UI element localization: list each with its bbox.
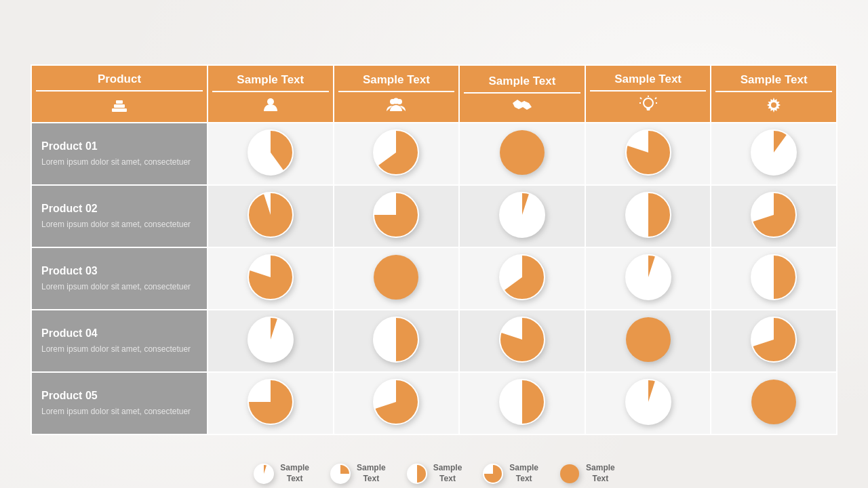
- pie-cell-r1-c4: [585, 123, 711, 185]
- pie-cell-r2-c4: [585, 185, 711, 247]
- pie-cell-r1-c5: [711, 123, 837, 185]
- legend-item-3: SampleText: [406, 463, 462, 485]
- main-container: Product Sample Text: [31, 64, 837, 474]
- header-col3: Sample Text: [334, 65, 460, 123]
- svg-point-49: [626, 317, 671, 362]
- svg-point-60: [751, 380, 796, 424]
- pie-cell-r5-c3: [459, 372, 585, 434]
- comparison-table: Product Sample Text: [31, 64, 837, 435]
- pie-cell-r4-c4: [585, 310, 711, 372]
- pie-cell-r4-c3: [459, 310, 585, 372]
- product-desc-3: Lorem ipsum dolor sit amet, consectetuer: [41, 282, 191, 291]
- pie-cell-r3-c4: [585, 247, 711, 310]
- header-col2-label: Sample Text: [212, 73, 329, 92]
- pie-cell-r1-c1: [208, 123, 334, 185]
- product-cell-3: Product 03 Lorem ipsum dolor sit amet, c…: [31, 247, 208, 310]
- pie-cell-r3-c3: [459, 247, 585, 310]
- product-cell-5: Product 05 Lorem ipsum dolor sit amet, c…: [31, 372, 208, 434]
- product-desc-1: Lorem ipsum dolor sit amet, consectetuer: [41, 157, 191, 167]
- pie-cell-r5-c5: [711, 372, 837, 434]
- header-product-label: Product: [36, 73, 203, 92]
- legend-area: SampleText SampleText SampleText SampleT…: [0, 463, 868, 485]
- product-cell-2: Product 02 Lorem ipsum dolor sit amet, c…: [31, 185, 208, 247]
- product-icon: [36, 96, 203, 118]
- header-col3-label: Sample Text: [338, 73, 455, 92]
- header-col4-label: Sample Text: [464, 75, 580, 94]
- pie-cell-r1-c2: [334, 123, 460, 185]
- legend-item-5: SampleText: [559, 463, 615, 485]
- settings-icon: [715, 96, 832, 117]
- svg-point-3: [267, 98, 274, 105]
- product-name-2: Product 02: [41, 203, 197, 215]
- svg-point-6: [393, 98, 399, 104]
- product-name-3: Product 03: [41, 265, 197, 277]
- svg-point-14: [771, 102, 776, 108]
- pie-cell-r4-c1: [208, 310, 334, 372]
- header-col6: Sample Text: [711, 65, 837, 123]
- pie-cell-r2-c1: [208, 185, 334, 247]
- legend-label-2: SampleText: [357, 463, 386, 484]
- product-name-5: Product 05: [41, 390, 197, 402]
- handshake-icon: [464, 98, 580, 116]
- svg-rect-0: [112, 108, 127, 112]
- pie-cell-r3-c1: [208, 247, 334, 310]
- pie-cell-r2-c2: [334, 185, 460, 247]
- svg-point-36: [374, 255, 418, 300]
- pie-cell-r5-c4: [585, 372, 711, 434]
- header-col2: Sample Text: [208, 65, 334, 123]
- legend-label-4: SampleText: [509, 463, 538, 484]
- legend-label-1: SampleText: [280, 463, 309, 484]
- pie-cell-r5-c2: [334, 372, 460, 434]
- pie-cell-r3-c5: [711, 247, 837, 310]
- idea-icon: [590, 96, 707, 118]
- pie-cell-r1-c3: [459, 123, 585, 185]
- pie-cell-r4-c2: [334, 310, 460, 372]
- svg-point-7: [644, 98, 653, 108]
- legend-label-3: SampleText: [433, 463, 462, 484]
- person-icon: [212, 96, 329, 117]
- header-col6-label: Sample Text: [715, 73, 832, 92]
- header-product: Product: [31, 65, 208, 123]
- product-name-4: Product 04: [41, 327, 197, 340]
- svg-line-10: [655, 98, 656, 99]
- pie-cell-r3-c2: [334, 247, 460, 310]
- svg-point-19: [500, 130, 545, 175]
- pie-cell-r2-c5: [711, 185, 837, 247]
- legend-item-1: SampleText: [253, 463, 309, 485]
- header-col5: Sample Text: [585, 65, 711, 123]
- pie-cell-r2-c3: [459, 185, 585, 247]
- svg-rect-1: [114, 104, 125, 108]
- legend-item-2: SampleText: [330, 463, 386, 485]
- header-col4: Sample Text: [459, 65, 585, 123]
- product-desc-5: Lorem ipsum dolor sit amet, consectetuer: [41, 407, 191, 416]
- svg-point-69: [560, 464, 579, 483]
- legend-item-4: SampleText: [482, 463, 538, 485]
- svg-rect-2: [116, 100, 123, 104]
- product-desc-4: Lorem ipsum dolor sit amet, consectetuer: [41, 344, 191, 354]
- product-name-1: Product 01: [41, 140, 197, 152]
- pie-cell-r5-c1: [208, 372, 334, 434]
- product-cell-1: Product 01 Lorem ipsum dolor sit amet, c…: [31, 123, 208, 185]
- header-col5-label: Sample Text: [590, 73, 707, 92]
- product-desc-2: Lorem ipsum dolor sit amet, consectetuer: [41, 220, 191, 229]
- product-cell-4: Product 04 Lorem ipsum dolor sit amet, c…: [31, 310, 208, 372]
- svg-line-9: [640, 98, 642, 99]
- legend-label-5: SampleText: [586, 463, 615, 484]
- pie-cell-r4-c5: [711, 310, 837, 372]
- group-icon: [338, 96, 455, 117]
